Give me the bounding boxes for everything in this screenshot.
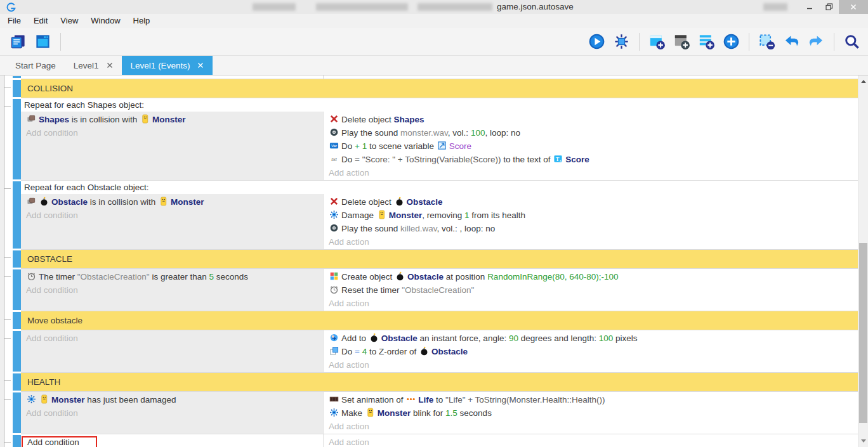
scrollbar-thumb[interactable] (859, 243, 867, 423)
menu-item-file[interactable]: File (1, 14, 27, 28)
event-text: degrees and length: (518, 334, 599, 343)
menu-item-window[interactable]: Window (84, 14, 126, 28)
event-text: Play the sound (341, 128, 400, 138)
toolbar-separator (749, 33, 749, 51)
event-selector-bar[interactable] (13, 250, 21, 269)
action-line[interactable]: Create object Obstacle at position Rando… (324, 270, 858, 283)
event-selector-bar[interactable] (13, 434, 21, 447)
bomb-icon (395, 197, 404, 206)
tab-start-page[interactable]: Start Page (6, 56, 65, 75)
repeat-header[interactable]: Repeat for each Obstacle object: (21, 181, 858, 194)
menu-item-edit[interactable]: Edit (27, 14, 54, 28)
event-selector-bar[interactable] (13, 269, 21, 311)
add-action-button[interactable]: Add action (324, 420, 858, 433)
scene-button[interactable] (30, 33, 55, 50)
scrollbar[interactable] (858, 75, 868, 447)
add-condition-button[interactable]: Add condition (21, 332, 323, 345)
add-event-icon (648, 33, 666, 50)
redo-button[interactable] (804, 33, 829, 50)
action-line[interactable]: Set animation of Life to "Life" + ToStri… (324, 393, 858, 406)
action-line[interactable]: Add to Obstacle an instant force, angle:… (324, 332, 858, 345)
add-action-button[interactable]: Add action (324, 358, 858, 372)
action-line[interactable]: Make Monster blink for 1.5 seconds (324, 406, 858, 420)
add-condition-button[interactable]: Add condition (21, 406, 323, 420)
add-condition-button[interactable]: Add condition (21, 436, 323, 447)
event-selector-bar[interactable] (13, 181, 21, 250)
add-condition-button[interactable]: Add condition (21, 126, 323, 139)
event-content: Add conditionAdd action (21, 434, 858, 447)
event-selector-bar[interactable] (13, 79, 21, 98)
group-header-health[interactable]: HEALTH (21, 373, 858, 391)
event-selector-bar[interactable] (13, 392, 21, 434)
action-line[interactable]: VarDo + 1 to scene variable Score (324, 139, 858, 153)
add-condition-button[interactable]: Add condition (21, 209, 323, 222)
add-action-button[interactable]: Add action (324, 166, 858, 179)
life-icon (406, 394, 416, 404)
add-action-button[interactable]: Add action (324, 436, 858, 447)
add-circle-button[interactable] (719, 33, 744, 50)
event-selector-bar[interactable] (13, 311, 21, 330)
project-manager-button[interactable] (6, 33, 30, 50)
action-line[interactable]: Delete object Obstacle (324, 195, 858, 209)
condition-line[interactable]: Monster has just been damaged (21, 393, 323, 406)
event-text: Score (565, 155, 589, 164)
play-button[interactable] (584, 33, 609, 50)
action-line[interactable]: Reset the timer "ObstacleCreation" (324, 283, 858, 297)
event-selector-bar[interactable] (13, 373, 21, 392)
tab-close-icon[interactable] (107, 62, 113, 68)
repeat-header[interactable]: Repeat for each Shapes object: (21, 98, 858, 112)
event-gutter (4, 98, 13, 181)
group-header-move-obstacle[interactable]: Move obstacle (21, 311, 858, 330)
condition-line[interactable]: Obstacle is in collision with Monster (21, 195, 323, 209)
condition-line[interactable]: The timer "ObstacleCreation" is greater … (21, 270, 323, 283)
menu-item-help[interactable]: Help (127, 14, 157, 28)
event-group: COLLISION (4, 79, 858, 98)
action-line[interactable]: txtDo = "Score: " + ToString(Variable(Sc… (324, 153, 858, 166)
event-text: 100 (471, 128, 485, 138)
event-selector-bar[interactable] (13, 330, 21, 373)
delete-selection-button[interactable] (754, 33, 779, 50)
scrollbar-down-button[interactable] (858, 436, 868, 446)
event-selector-bar[interactable] (13, 98, 21, 181)
add-event-button[interactable] (645, 33, 669, 50)
action-line[interactable]: Damage Monster, removing 1 from its heal… (324, 209, 858, 222)
menu-item-view[interactable]: View (54, 14, 84, 28)
add-action-button[interactable]: Add action (324, 235, 858, 249)
close-button[interactable] (839, 0, 868, 14)
tab-label: Start Page (15, 61, 56, 70)
tab-close-icon[interactable] (197, 62, 204, 68)
action-line[interactable]: Do = 4 to Z-order of Obstacle (324, 345, 858, 358)
add-condition-button[interactable]: Add condition (21, 283, 323, 297)
event-content: Monster has just been damagedAdd conditi… (21, 392, 858, 434)
redo-icon (808, 33, 825, 50)
tab-level1-events[interactable]: Level1 (Events) (122, 56, 213, 75)
event-text: Do (341, 347, 355, 356)
action-line[interactable]: Delete object Shapes (324, 113, 858, 126)
event-text: "Life" + ToString(Monster.Health::Health… (445, 395, 605, 405)
action-line[interactable]: Play the sound monster.wav, vol.: 100, l… (324, 126, 858, 139)
minimize-button[interactable] (799, 0, 819, 14)
debug-button[interactable] (609, 33, 634, 50)
group-header-obstacle[interactable]: OBSTACLE (21, 250, 858, 268)
tab-level1[interactable]: Level1 (65, 56, 122, 75)
triangle-up-icon (861, 80, 866, 83)
event-text: 1.5 (445, 408, 457, 418)
group-header-collision[interactable]: COLLISION (21, 79, 858, 98)
action-line[interactable]: Play the sound killed.wav, vol.: , loop:… (324, 222, 858, 235)
search-button[interactable] (839, 33, 864, 50)
search-icon (843, 33, 860, 50)
event-text: Add to (341, 334, 369, 343)
actions-column: Add action (324, 434, 858, 447)
event-text: Monster (51, 395, 85, 405)
redacted-title-blur (763, 3, 787, 11)
add-action-button[interactable]: Add action (324, 297, 858, 310)
scrollbar-up-button[interactable] (858, 77, 868, 86)
undo-button[interactable] (779, 33, 804, 50)
add-comment-button[interactable] (694, 33, 719, 50)
restore-button[interactable] (819, 0, 839, 14)
event-text: an instant force, angle: (418, 334, 509, 343)
actions-column: Set animation of Life to "Life" + ToStri… (324, 392, 858, 434)
add-subevent-button[interactable] (669, 33, 694, 50)
condition-line[interactable]: Shapes is in collision with Monster (21, 113, 323, 126)
monster-icon (140, 114, 150, 124)
